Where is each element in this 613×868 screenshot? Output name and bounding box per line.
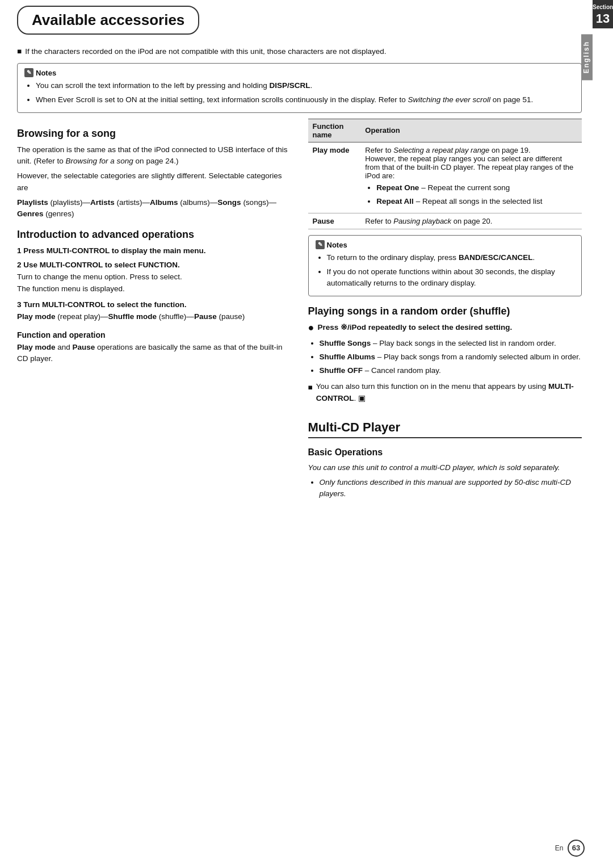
page-header: Available accessories bbox=[17, 6, 199, 35]
browsing-para2: However, the selectable categories are s… bbox=[17, 170, 291, 194]
square-bullet-icon: ■ bbox=[17, 46, 22, 57]
col-operation: Operation bbox=[360, 119, 582, 142]
multicd-bullet-list: Only functions described in this manual … bbox=[320, 477, 582, 500]
notes-box-1: ✎ Notes You can scroll the text informat… bbox=[17, 63, 582, 113]
table-row: Pause Refer to Pausing playback on page … bbox=[308, 213, 582, 229]
multicd-bullet-italic: Only functions described in this manual … bbox=[320, 478, 571, 498]
top-note-text: If the characters recorded on the iPod a… bbox=[25, 46, 386, 57]
notes-icon-2: ✎ bbox=[316, 240, 325, 249]
browsing-categories: Playlists (playlists)—Artists (artists)—… bbox=[17, 197, 291, 220]
col-function-name: Function name bbox=[308, 119, 361, 142]
notes-title-1: ✎ Notes bbox=[24, 68, 574, 77]
multicd-heading: Multi-CD Player bbox=[308, 420, 582, 438]
row2-op: Refer to Pausing playback on page 20. bbox=[360, 213, 582, 229]
notes-item-2-2: If you do not operate functions within a… bbox=[327, 266, 575, 290]
basic-ops-heading: Basic Operations bbox=[308, 447, 582, 458]
table-body: Play mode Refer to Selecting a repeat pl… bbox=[308, 142, 582, 229]
row2-func: Pause bbox=[308, 213, 361, 229]
band-esc-bold: BAND/ESC/CANCEL bbox=[459, 253, 533, 262]
step2-heading: 2 Use MULTI-CONTROL to select FUNCTION. bbox=[17, 261, 291, 269]
func-op-heading: Function and operation bbox=[17, 330, 291, 339]
notes-label-1: Notes bbox=[36, 69, 56, 77]
top-note: ■ If the characters recorded on the iPod… bbox=[17, 46, 582, 57]
repeat-all: Repeat All – Repeat all songs in the sel… bbox=[376, 196, 577, 207]
func-op-body: Play mode and Pause operations are basic… bbox=[17, 342, 291, 365]
english-label: English bbox=[582, 41, 590, 73]
function-table: Function name Operation Play mode Refer … bbox=[308, 119, 582, 230]
notes-label-2: Notes bbox=[327, 241, 347, 249]
shuffle-heading: Playing songs in a random order (shuffle… bbox=[308, 305, 582, 317]
step3-heading: 3 Turn MULTI-CONTROL to select the funct… bbox=[17, 300, 291, 309]
table-row: Play mode Refer to Selecting a repeat pl… bbox=[308, 142, 582, 213]
shuffle-sq-icon: ■ bbox=[308, 382, 313, 404]
ever-scroll-italic: Switching the ever scroll bbox=[408, 95, 491, 104]
step1-heading: 1 Press MULTI-CONTROL to display the mai… bbox=[17, 246, 291, 255]
table-header: Function name Operation bbox=[308, 119, 582, 142]
page-en-label: En bbox=[555, 844, 564, 852]
repeat-one: Repeat One – Repeat the current song bbox=[376, 182, 577, 194]
shuffle-sq-text: You can also turn this function on in th… bbox=[316, 381, 582, 404]
step3-label: 3 Turn MULTI-CONTROL to select the funct… bbox=[17, 300, 187, 309]
page-footer: En 63 bbox=[555, 840, 585, 857]
right-column: Function name Operation Play mode Refer … bbox=[308, 119, 582, 502]
row1-op: Refer to Selecting a repeat play range o… bbox=[360, 142, 582, 213]
intro-heading: Introduction to advanced operations bbox=[17, 229, 291, 241]
page-number: 63 bbox=[568, 840, 585, 857]
multicd-italic-note: You can use this unit to control a multi… bbox=[308, 462, 582, 473]
english-sidebar: English bbox=[581, 34, 593, 80]
two-column-layout: Browsing for a song The operation is the… bbox=[17, 119, 582, 502]
section-tab: Section 13 bbox=[593, 0, 613, 28]
table-header-row: Function name Operation bbox=[308, 119, 582, 142]
row1-func: Play mode bbox=[308, 142, 361, 213]
step2-label: 2 Use MULTI-CONTROL to select FUNCTION. bbox=[17, 261, 180, 269]
left-column: Browsing for a song The operation is the… bbox=[17, 119, 291, 502]
disp-scrl-bold: DISP/SCRL bbox=[270, 81, 310, 90]
shuffle-songs: Shuffle Songs – Play back songs in the s… bbox=[320, 338, 582, 349]
page-title: Available accessories bbox=[32, 11, 184, 29]
step2-body: Turn to change the menu option. Press to… bbox=[17, 271, 291, 295]
step1-label: 1 Press MULTI-CONTROL to display the mai… bbox=[17, 246, 206, 255]
section-number: 13 bbox=[593, 11, 613, 26]
notes-item-1-1: You can scroll the text information to t… bbox=[36, 80, 574, 91]
shuffle-options-list: Shuffle Songs – Play back songs in the s… bbox=[320, 338, 582, 377]
notes-item-2-1: To return to the ordinary display, press… bbox=[327, 252, 575, 263]
notes-icon-1: ✎ bbox=[24, 68, 33, 77]
multicd-italic-text: You can use this unit to control a multi… bbox=[308, 463, 560, 472]
browsing-para1: The operation is the same as that of the… bbox=[17, 144, 291, 167]
shuffle-press-text: Press ※/iPod repeatedly to select the de… bbox=[317, 322, 512, 334]
shuffle-press-bullet: ● Press ※/iPod repeatedly to select the … bbox=[308, 322, 582, 334]
step3-body: Play mode (repeat play)—Shuffle mode (sh… bbox=[17, 311, 291, 322]
notes-list-2: To return to the ordinary display, press… bbox=[327, 252, 575, 289]
shuffle-sq-note: ■ You can also turn this function on in … bbox=[308, 381, 582, 404]
shuffle-off: Shuffle OFF – Cancel random play. bbox=[320, 365, 582, 376]
browsing-heading: Browsing for a song bbox=[17, 128, 291, 140]
notes-title-2: ✎ Notes bbox=[316, 240, 575, 249]
notes-item-1-2: When Ever Scroll is set to ON at the ini… bbox=[36, 94, 574, 106]
multicd-bullet-item: Only functions described in this manual … bbox=[320, 477, 582, 500]
repeat-options-list: Repeat One – Repeat the current song Rep… bbox=[376, 182, 577, 208]
section-label: Section bbox=[593, 4, 613, 10]
shuffle-albums: Shuffle Albums – Play back songs from a … bbox=[320, 351, 582, 363]
multicd-section: Multi-CD Player Basic Operations You can… bbox=[308, 420, 582, 500]
dot-bullet-icon: ● bbox=[308, 322, 314, 334]
notes-list-1: You can scroll the text information to t… bbox=[36, 80, 574, 106]
browsing-italic: Browsing for a song bbox=[66, 157, 133, 165]
notes-box-2: ✎ Notes To return to the ordinary displa… bbox=[308, 235, 582, 296]
main-content: Available accessories ■ If the character… bbox=[17, 0, 582, 502]
